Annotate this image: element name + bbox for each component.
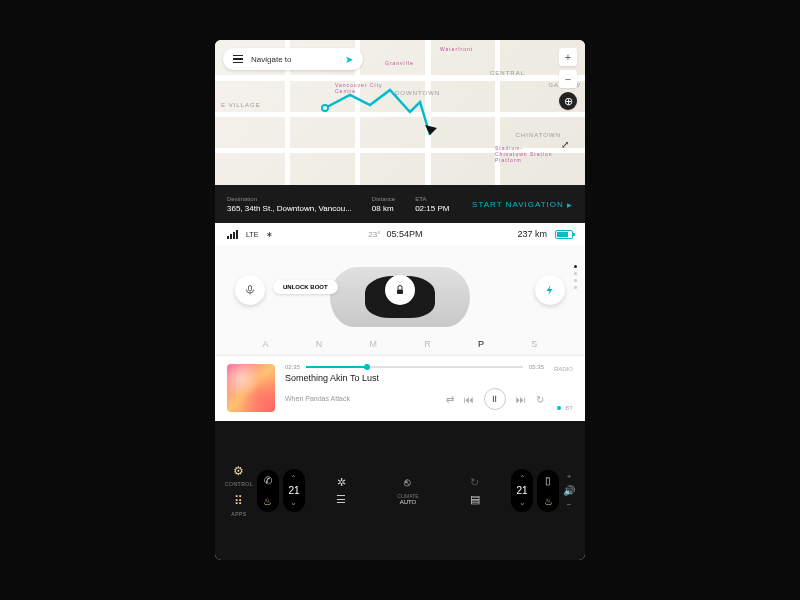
zoom-in-button[interactable]: + xyxy=(559,48,577,66)
recirculate-icon[interactable]: ↻ xyxy=(446,476,503,489)
unlock-boot-button[interactable]: UNLOCK BOOT xyxy=(273,280,338,294)
gear-selector[interactable]: A N M R P S xyxy=(215,339,585,349)
device-button[interactable]: ▯ ♨ xyxy=(537,470,559,512)
gear-a[interactable]: A xyxy=(263,339,269,349)
left-temp: 21 xyxy=(288,485,299,496)
plus-icon[interactable]: + xyxy=(567,472,572,481)
svg-point-0 xyxy=(322,105,328,111)
prev-track-icon[interactable]: ⏮ xyxy=(464,394,474,405)
status-bar: LTE ∗ 23° 05:54PM 237 km xyxy=(215,223,585,245)
track-artist: When Pandas Attack xyxy=(285,395,350,402)
media-player: 02:35 05:35 Something Akin To Lust When … xyxy=(215,355,585,421)
chevron-down-icon[interactable]: ⌄ xyxy=(519,498,526,507)
next-track-icon[interactable]: ⏭ xyxy=(516,394,526,405)
svg-rect-2 xyxy=(249,286,252,292)
right-temp: 21 xyxy=(516,485,527,496)
search-placeholder: Navigate to xyxy=(251,55,337,64)
progress-bar[interactable] xyxy=(306,366,523,368)
nav-search-bar[interactable]: Navigate to ➤ xyxy=(223,48,363,70)
signal-icon xyxy=(227,230,238,239)
right-temp-control[interactable]: ⌃ 21 ⌄ xyxy=(511,469,533,512)
menu-icon[interactable] xyxy=(233,55,243,64)
clock: 05:54PM xyxy=(386,229,422,239)
navigation-info-bar: Destination 365, 34th St., Downtown, Van… xyxy=(215,185,585,223)
start-navigation-button[interactable]: START NAVIGATION ▶ xyxy=(472,200,573,209)
charge-button[interactable] xyxy=(535,275,565,305)
phone-icon: ✆ xyxy=(264,475,272,486)
voice-button[interactable] xyxy=(235,275,265,305)
defrost-rear-icon[interactable]: ▤ xyxy=(446,493,503,506)
destination-info: Destination 365, 34th St., Downtown, Van… xyxy=(227,196,352,213)
chevron-up-icon[interactable]: ⌃ xyxy=(290,474,297,483)
album-art[interactable] xyxy=(227,364,275,412)
recenter-button[interactable]: ⊕ xyxy=(559,92,577,110)
climate-mode-label[interactable]: CLIMATE AUTO xyxy=(380,493,437,506)
page-dots[interactable] xyxy=(574,265,577,289)
gear-m[interactable]: M xyxy=(370,339,378,349)
locate-icon[interactable]: ➤ xyxy=(345,54,353,65)
fullscreen-icon[interactable]: ⤢ xyxy=(561,139,577,155)
control-button[interactable]: ⚙ CONTROL ⠿ APPS xyxy=(225,464,253,517)
seat-heat-left-icon: ♨ xyxy=(263,496,272,507)
seat-heat-right-icon: ♨ xyxy=(544,496,553,507)
volume-icon: 🔊 xyxy=(563,485,575,496)
chevron-up-icon[interactable]: ⌃ xyxy=(519,474,526,483)
track-title: Something Akin To Lust xyxy=(285,373,544,383)
duration-time: 05:35 xyxy=(529,364,544,370)
map-controls: + − ⊕ xyxy=(559,48,577,110)
source-bt[interactable]: BT xyxy=(557,405,573,411)
climate-bar: ⚙ CONTROL ⠿ APPS ✆ ♨ ⌃ 21 ⌄ ✲ ⎋ ↻ ☰ CLIM… xyxy=(215,421,585,560)
fan-icon[interactable]: ✲ xyxy=(313,476,370,489)
phone-button[interactable]: ✆ ♨ xyxy=(257,470,279,512)
gear-r[interactable]: R xyxy=(424,339,431,349)
vehicle-dashboard: DOWNTOWN CENTRAL GASTOW E VILLAGE CHINAT… xyxy=(215,40,585,560)
svg-rect-3 xyxy=(397,290,403,295)
distance-info: Distance 08 km xyxy=(372,196,395,213)
elapsed-time: 02:35 xyxy=(285,364,300,370)
vehicle-view: UNLOCK BOOT A N M R P S xyxy=(215,245,585,355)
climate-modes: ✲ ⎋ ↻ ☰ CLIMATE AUTO ▤ xyxy=(309,476,507,506)
battery-icon xyxy=(555,230,573,239)
repeat-icon[interactable]: ↻ xyxy=(536,394,544,405)
map-view[interactable]: DOWNTOWN CENTRAL GASTOW E VILLAGE CHINAT… xyxy=(215,40,585,185)
play-pause-button[interactable]: ⏸ xyxy=(484,388,506,410)
chevron-down-icon[interactable]: ⌄ xyxy=(290,498,297,507)
phone-device-icon: ▯ xyxy=(545,475,551,486)
airflow-icon[interactable]: ⎋ xyxy=(380,476,437,489)
gear-n[interactable]: N xyxy=(316,339,323,349)
shuffle-icon[interactable]: ⇄ xyxy=(446,394,454,405)
gear-s[interactable]: S xyxy=(531,339,537,349)
eta-info: ETA 02:15 PM xyxy=(415,196,449,213)
minus-icon[interactable]: − xyxy=(567,500,572,509)
network-label: LTE xyxy=(246,231,258,238)
volume-control[interactable]: + 🔊 − xyxy=(563,472,575,509)
zoom-out-button[interactable]: − xyxy=(559,70,577,88)
apps-icon: ⠿ xyxy=(234,494,243,508)
outside-temp: 23° xyxy=(368,230,380,239)
defrost-front-icon[interactable]: ☰ xyxy=(313,493,370,506)
left-temp-control[interactable]: ⌃ 21 ⌄ xyxy=(283,469,305,512)
bluetooth-icon: ∗ xyxy=(266,230,273,239)
sliders-icon: ⚙ xyxy=(233,464,244,478)
svg-marker-1 xyxy=(425,125,437,135)
source-radio[interactable]: RADIO xyxy=(554,366,573,372)
lock-button[interactable] xyxy=(385,275,415,305)
range-value: 237 km xyxy=(517,229,547,239)
gear-p[interactable]: P xyxy=(478,339,484,349)
